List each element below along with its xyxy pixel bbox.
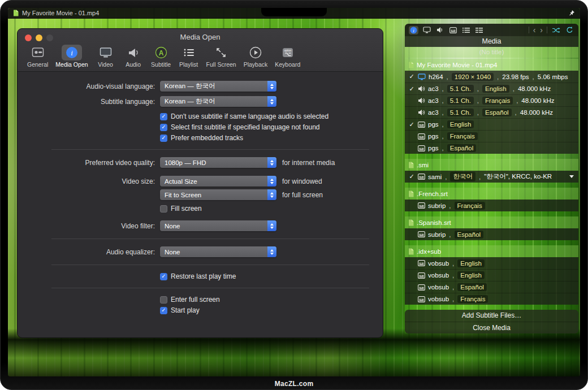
media-track-row[interactable]: ac3,5.1 Ch.,Español,48.000 kHz [405, 106, 578, 118]
checkbox-fill-screen[interactable]: Fill screen [160, 205, 202, 213]
checkbox-restore-last-play-time[interactable]: Restore last play time [160, 272, 236, 280]
track-badge: 한국어 [450, 172, 475, 181]
media-track-row[interactable]: subrip,Español [405, 228, 578, 240]
checkbox-enter-full-screen[interactable]: Enter full screen [160, 296, 220, 304]
camera-notch [261, 8, 327, 16]
prev-media-button[interactable]: ‹ [533, 26, 537, 34]
checkbox-select-first-subtitle[interactable]: Select first subtitle if specified langu… [160, 123, 320, 131]
checkbox-dont-use-subtitle[interactable]: Don't use subtitle if same language audi… [160, 112, 328, 120]
tab-full-screen[interactable]: Full Screen [204, 44, 239, 68]
checkbox-label: Restore last play time [171, 272, 236, 280]
video-size-fullscreen-select[interactable]: Fit to Screen [160, 189, 276, 200]
media-track-row[interactable]: vobsub,English [405, 257, 578, 269]
track-text: 23.98 fps [502, 73, 529, 80]
preferred-video-quality-select[interactable]: 1080p — FHD [160, 157, 276, 168]
panel-tab-video[interactable] [422, 26, 432, 34]
separator: , [452, 296, 454, 302]
media-track-row[interactable]: pgs,Français [405, 130, 578, 142]
separator: , [452, 260, 454, 267]
audio-visual-language-select[interactable]: Korean — 한국어 [160, 81, 276, 92]
tab-subtitle[interactable]: A Subtitle [148, 44, 174, 68]
minimize-button[interactable] [36, 34, 42, 41]
media-file-row[interactable]: .French.srt [405, 188, 578, 200]
select-value: None [160, 223, 267, 229]
track-badge: Français [457, 295, 488, 303]
track-badge: English [482, 85, 509, 93]
separator: , [515, 109, 517, 116]
tab-keyboard[interactable]: option Keyboard [272, 44, 303, 68]
separator: , [442, 97, 444, 104]
field-label: Video filter: [18, 222, 160, 230]
track-badge: 5.1 Ch. [447, 85, 474, 93]
media-file-name: .Spanish.srt [417, 219, 451, 226]
track-badge: 5.1 Ch. [447, 109, 474, 116]
media-track-row[interactable]: pgs,Español [405, 142, 578, 154]
track-badge: Español [455, 231, 484, 239]
media-track-row[interactable]: vobsub,English [405, 269, 578, 281]
video-size-windowed-select[interactable]: Actual Size [160, 176, 276, 187]
panel-tab-audio[interactable] [435, 26, 445, 34]
media-title-row[interactable]: (No title) [405, 47, 578, 58]
media-track-row[interactable]: subrip,Français [405, 200, 578, 211]
separator: , [442, 133, 444, 140]
shuffle-icon[interactable] [551, 27, 561, 34]
checkbox-prefer-embedded-tracks[interactable]: Prefer embedded tracks [160, 134, 243, 142]
audio-equalizer-select[interactable]: None [160, 246, 276, 257]
media-track-row[interactable]: vobsub,Français [405, 293, 578, 305]
media-file-row[interactable]: .idx+sub [405, 245, 578, 257]
media-file-row[interactable]: .Spanish.srt [405, 216, 578, 228]
panel-tab-properties[interactable] [474, 27, 484, 34]
media-file-row[interactable]: My Favorite Movie - 01.mp4 [405, 59, 578, 71]
close-media-button[interactable]: Close Media [405, 322, 578, 333]
speaker-icon [418, 85, 425, 92]
toolbar-separator [529, 27, 529, 33]
subtitle-language-select[interactable]: Korean — 한국어 [160, 96, 276, 107]
subtitle-icon [418, 284, 425, 291]
media-track-row[interactable]: ac3,5.1 Ch.,Français,48.000 kHz [405, 94, 578, 106]
repeat-icon[interactable] [565, 26, 574, 34]
subtitle-icon [418, 145, 425, 151]
preferences-window: Media Open General i Media Open Video [17, 28, 383, 338]
tab-general[interactable]: General [24, 44, 51, 68]
media-track-row[interactable]: vobsub,Español [405, 281, 578, 293]
file-icon [408, 162, 414, 168]
tab-playlist[interactable]: Playlist [176, 44, 202, 68]
panel-tab-info[interactable]: i [409, 26, 418, 34]
fullscreen-arrows-icon [211, 45, 231, 60]
panel-toolbar: i ‹ › [405, 24, 578, 36]
media-track-row[interactable]: ✓pgs,English [405, 118, 578, 130]
tab-audio[interactable]: Audio [120, 44, 146, 68]
video-filter-select[interactable]: None [160, 220, 276, 231]
select-stepper-icon [267, 189, 276, 200]
track-badge: Français [447, 132, 478, 140]
add-subtitle-files-button[interactable]: Add Subtitle Files… [405, 310, 578, 322]
zoom-button[interactable] [46, 34, 53, 41]
tab-playback[interactable]: Playback [241, 44, 271, 68]
track-text: pgs [428, 133, 439, 140]
next-media-button[interactable]: › [539, 26, 543, 34]
chevron-down-icon[interactable] [569, 175, 574, 178]
svg-text:i: i [71, 49, 73, 57]
subtitle-icon [418, 272, 425, 279]
pin-icon[interactable] [568, 10, 575, 16]
close-button[interactable] [25, 34, 32, 41]
check-icon: ✓ [408, 85, 415, 93]
screen: My Favorite Movie - 01.mp4 Media Open Ge… [8, 8, 580, 376]
check-icon: ✓ [408, 121, 415, 128]
media-track-row[interactable]: ✓sami,한국어,"한국어", KRCC, ko-KR [405, 171, 578, 183]
prefs-titlebar[interactable]: Media Open General i Media Open Video [18, 29, 383, 72]
media-track-row[interactable]: ✓ac3,5.1 Ch.,English,48.000 kHz [405, 83, 578, 94]
tab-video[interactable]: Video [93, 44, 119, 68]
checkbox-start-play[interactable]: Start play [160, 306, 200, 314]
track-badge: 5.1 Ch. [447, 97, 474, 105]
separator: , [442, 121, 444, 128]
tab-media-open[interactable]: i Media Open [53, 44, 90, 68]
track-text: subrip [428, 202, 446, 209]
media-panel: i ‹ › Media (No title) My Favorite Movie… [405, 24, 578, 333]
media-track-row[interactable]: ✓h264,1920 × 1040,23.98 fps,5.06 mbps [405, 71, 578, 83]
track-badge: English [457, 271, 485, 279]
panel-tab-subtitle[interactable] [448, 27, 458, 34]
panel-tab-playlist[interactable] [461, 27, 471, 34]
media-file-row[interactable]: .smi [405, 159, 578, 171]
file-icon [408, 190, 414, 197]
